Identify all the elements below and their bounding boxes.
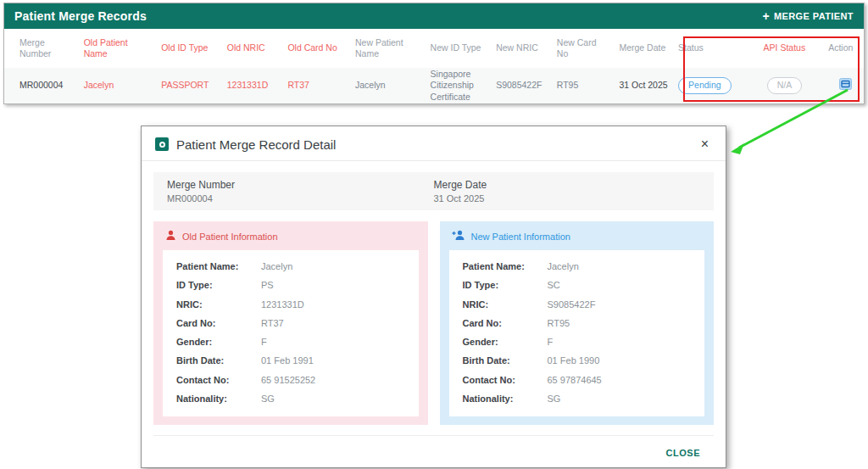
field-label: NRIC: xyxy=(463,299,548,310)
status-badge: Pending xyxy=(678,77,732,93)
field-id-type: ID Type: SC xyxy=(463,279,692,291)
new-patient-panel-title: New Patient Information xyxy=(471,232,570,242)
field-label: ID Type: xyxy=(176,279,261,291)
col-new-nric: New NRIC xyxy=(491,42,552,53)
col-status: Status xyxy=(673,42,746,53)
modal-header: Patient Merge Record Detail × xyxy=(142,126,726,160)
field-gender: Gender: F xyxy=(176,336,405,348)
row-status: Pending xyxy=(673,77,746,93)
row-merge-number: MR000004 xyxy=(8,80,79,91)
col-old-card-no: Old Card No xyxy=(282,42,350,53)
merge-number-label: Merge Number xyxy=(167,179,434,191)
modal-body: Merge Number MR000004 Merge Date 31 Oct … xyxy=(142,161,726,467)
row-new-patient-name: Jacelyn xyxy=(350,80,426,91)
field-label: Patient Name: xyxy=(463,260,548,272)
field-label: Birth Date: xyxy=(176,355,261,366)
field-value: SC xyxy=(548,279,692,291)
field-label: Birth Date: xyxy=(463,355,548,366)
field-label: Gender: xyxy=(463,336,548,348)
field-label: Card No: xyxy=(463,317,548,329)
new-patient-panel: New Patient Information Patient Name: Ja… xyxy=(440,221,715,425)
field-label: Gender: xyxy=(176,336,261,348)
field-birth-date: Birth Date: 01 Feb 1991 xyxy=(176,355,405,366)
merge-date-block: Merge Date 31 Oct 2025 xyxy=(434,179,701,204)
field-label: Card No: xyxy=(176,317,261,329)
add-patient-person-icon xyxy=(452,230,465,243)
col-new-patient-name: New Patient Name xyxy=(350,37,426,59)
row-new-card-no: RT95 xyxy=(552,80,615,91)
page-title: Patient Merge Records xyxy=(14,9,147,23)
merge-number-block: Merge Number MR000004 xyxy=(167,179,434,204)
field-patient-name: Patient Name: Jacelyn xyxy=(176,260,405,272)
merge-summary-strip: Merge Number MR000004 Merge Date 31 Oct … xyxy=(153,172,714,210)
field-label: Patient Name: xyxy=(176,260,261,272)
field-label: ID Type: xyxy=(463,279,548,291)
old-patient-panel-title: Old Patient Information xyxy=(182,232,278,242)
field-value: F xyxy=(261,336,405,348)
old-patient-person-icon xyxy=(165,230,176,243)
field-nric: NRIC: 1231331D xyxy=(176,299,405,310)
field-birth-date: Birth Date: 01 Feb 1990 xyxy=(463,355,692,366)
page-header-bar: Patient Merge Records + MERGE PATIENT xyxy=(4,3,864,29)
field-contact-no: Contact No: 65 91525252 xyxy=(176,374,405,386)
field-value: PS xyxy=(261,279,405,291)
merge-patient-label: MERGE PATIENT xyxy=(774,11,854,21)
row-old-nric: 1231331D xyxy=(222,80,283,91)
record-detail-icon xyxy=(155,137,169,151)
field-nationality: Nationality: SG xyxy=(176,393,405,405)
field-card-no: Card No: RT95 xyxy=(463,317,692,329)
field-label: Nationality: xyxy=(176,393,261,405)
col-merge-number: Merge Number xyxy=(8,37,79,59)
modal-title: Patient Merge Record Detail xyxy=(176,137,690,152)
field-nric: NRIC: S9085422F xyxy=(463,299,692,310)
field-value: 65 91525252 xyxy=(261,374,405,386)
row-old-patient-name: Jacelyn xyxy=(79,80,157,91)
merge-number-value: MR000004 xyxy=(167,193,434,204)
merge-records-table: Merge Number Old Patient Name Old ID Typ… xyxy=(4,29,864,103)
col-old-id-type: Old ID Type xyxy=(156,42,222,53)
close-icon[interactable]: × xyxy=(698,136,712,153)
field-value: 65 97874645 xyxy=(548,374,692,386)
field-label: Nationality: xyxy=(463,393,548,405)
field-value: RT37 xyxy=(261,317,405,329)
close-button[interactable]: CLOSE xyxy=(666,448,700,458)
col-merge-date: Merge Date xyxy=(614,42,673,53)
modal-footer: CLOSE xyxy=(153,435,714,467)
field-value: S9085422F xyxy=(548,299,692,310)
table-row: MR000004 Jacelyn PASSPORT 1231331D RT37 … xyxy=(4,68,864,103)
field-value: 1231331D xyxy=(261,299,405,310)
col-old-patient-name: Old Patient Name xyxy=(79,37,157,59)
api-status-badge: N/A xyxy=(767,77,803,93)
col-api-status: API Status xyxy=(746,42,824,53)
view-detail-icon[interactable] xyxy=(839,78,852,92)
plus-icon: + xyxy=(762,10,770,22)
row-old-card-no: RT37 xyxy=(282,80,350,91)
patient-merge-records-panel: Patient Merge Records + MERGE PATIENT Me… xyxy=(3,3,865,104)
field-card-no: Card No: RT37 xyxy=(176,317,405,329)
merge-date-label: Merge Date xyxy=(434,179,701,191)
new-patient-panel-header: New Patient Information xyxy=(449,230,705,243)
patient-merge-record-detail-modal: Patient Merge Record Detail × Merge Numb… xyxy=(141,126,726,468)
row-merge-date: 31 Oct 2025 xyxy=(614,80,673,91)
field-label: Contact No: xyxy=(463,374,548,386)
field-value: F xyxy=(548,336,692,348)
field-gender: Gender: F xyxy=(463,336,692,348)
field-value: Jacelyn xyxy=(261,260,405,272)
col-new-card-no: New Card No xyxy=(552,37,615,59)
row-action xyxy=(823,78,860,92)
field-value: 01 Feb 1990 xyxy=(548,355,692,366)
old-patient-panel: Old Patient Information Patient Name: Ja… xyxy=(153,221,428,425)
col-old-nric: Old NRIC xyxy=(222,42,283,53)
field-label: NRIC: xyxy=(176,299,261,310)
col-new-id-type: New ID Type xyxy=(426,42,492,53)
table-header-row: Merge Number Old Patient Name Old ID Typ… xyxy=(4,29,864,68)
row-api-status: N/A xyxy=(746,77,824,93)
patient-info-panels: Old Patient Information Patient Name: Ja… xyxy=(153,221,714,425)
merge-patient-button[interactable]: + MERGE PATIENT xyxy=(762,10,854,22)
old-patient-panel-header: Old Patient Information xyxy=(163,230,419,243)
col-action: Action xyxy=(823,42,860,53)
field-contact-no: Contact No: 65 97874645 xyxy=(463,374,692,386)
field-label: Contact No: xyxy=(176,374,261,386)
row-new-id-type: Singapore Citizenship Certificate xyxy=(426,69,492,102)
merge-date-value: 31 Oct 2025 xyxy=(434,193,701,204)
